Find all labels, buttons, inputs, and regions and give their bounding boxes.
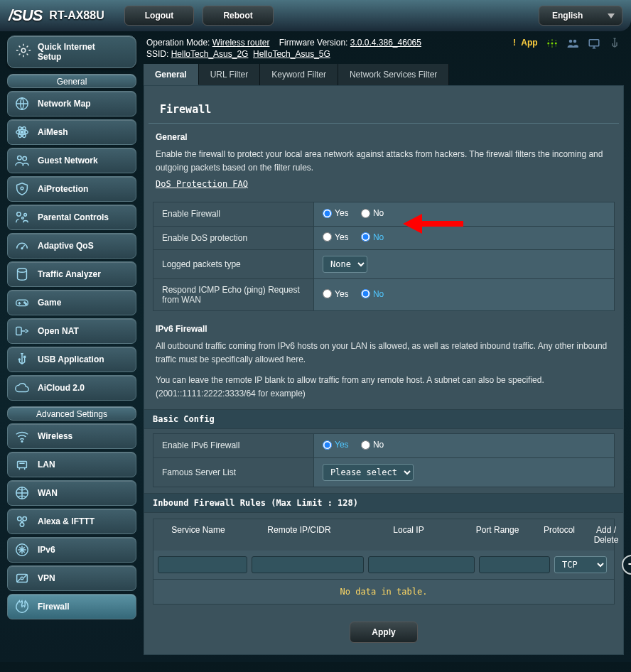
- qis-line1: Quick Internet: [38, 42, 95, 52]
- reboot-button[interactable]: Reboot: [203, 6, 273, 26]
- sidebar-item-firewall[interactable]: Firewall: [7, 594, 136, 619]
- enable-dos-no[interactable]: No: [361, 232, 384, 242]
- tab-netsvc[interactable]: Network Services Filter: [338, 64, 449, 85]
- sidebar-item-label: USB Application: [38, 354, 104, 364]
- remote-ip-input[interactable]: [252, 556, 364, 573]
- users-status-icon[interactable]: [566, 37, 579, 50]
- op-mode-link[interactable]: Wireless router: [212, 38, 270, 48]
- svg-rect-17: [16, 327, 21, 335]
- tab-keyword[interactable]: Keyword Filter: [260, 64, 338, 85]
- apply-button[interactable]: Apply: [350, 622, 417, 643]
- ifttt-icon: [14, 513, 31, 530]
- col-proto: Protocol: [533, 519, 586, 551]
- enable-dos-yes[interactable]: Yes: [323, 232, 349, 242]
- tab-general[interactable]: General: [144, 64, 199, 85]
- general-heading: General: [156, 132, 612, 142]
- status-icons: ! App: [513, 37, 621, 50]
- svg-point-18: [18, 359, 20, 360]
- atom-icon: [14, 124, 31, 141]
- sidebar-item-vpn[interactable]: VPN: [7, 565, 136, 591]
- sidebar-item-label: AiProtection: [38, 184, 88, 194]
- famous-server-select[interactable]: Please select: [323, 464, 414, 481]
- port-range-input[interactable]: [479, 556, 550, 573]
- col-add: Add / Delete: [586, 519, 627, 551]
- logged-packets-select[interactable]: None: [323, 256, 367, 273]
- enable-firewall-no[interactable]: No: [361, 208, 384, 218]
- main-content: Operation Mode: Wireless router Firmware…: [144, 36, 624, 655]
- dos-faq-link[interactable]: DoS Protection FAQ: [156, 179, 248, 189]
- app-link[interactable]: App: [521, 38, 537, 48]
- sidebar-item-label: VPN: [38, 573, 55, 583]
- basic-config-form: Enable IPv6 Firewall Yes No Famous Serve…: [153, 433, 615, 487]
- sidebar-item-aiprotection[interactable]: AiProtection: [7, 176, 136, 202]
- quick-internet-setup[interactable]: Quick Internet Setup: [7, 36, 136, 68]
- enable-firewall-yes[interactable]: Yes: [323, 208, 349, 218]
- ssid-5g-link[interactable]: HelloTech_Asus_5G: [253, 49, 330, 59]
- cloud-icon: [14, 379, 31, 396]
- local-ip-input[interactable]: [368, 556, 475, 573]
- sidebar-item-lan[interactable]: LAN: [7, 452, 136, 477]
- sidebar: Quick Internet Setup GeneralNetwork MapA…: [7, 36, 136, 622]
- sidebar-item-open-nat[interactable]: Open NAT: [7, 318, 136, 344]
- svg-point-9: [17, 212, 21, 217]
- sidebar-item-wireless[interactable]: Wireless: [7, 423, 136, 449]
- cylinder-icon: [14, 266, 31, 283]
- monitor-icon[interactable]: [588, 37, 600, 50]
- sidebar-item-alexa[interactable]: Alexa & IFTTT: [7, 509, 136, 534]
- sidebar-item-label: Alexa & IFTTT: [38, 516, 95, 526]
- add-rule-button[interactable]: +: [622, 555, 631, 575]
- enable-ipv6-yes[interactable]: Yes: [323, 440, 349, 450]
- enable-firewall-label: Enable Firewall: [153, 202, 314, 227]
- protocol-select[interactable]: TCP: [554, 556, 607, 573]
- qis-line2: Setup: [38, 52, 61, 62]
- sidebar-item-wan[interactable]: WAN: [7, 480, 136, 506]
- ssid-2g-link[interactable]: HelloTech_Asus_2G: [171, 49, 249, 59]
- svg-point-11: [22, 217, 24, 220]
- svg-point-12: [21, 248, 23, 249]
- svg-point-28: [21, 577, 23, 580]
- general-description: Enable the firewall to protect your loca…: [156, 148, 612, 175]
- svg-point-30: [551, 43, 553, 45]
- family-icon: [14, 209, 31, 226]
- sidebar-item-label: LAN: [38, 460, 55, 470]
- chevron-down-icon: [608, 13, 615, 18]
- sidebar-item-traffic[interactable]: Traffic Analyzer: [7, 261, 136, 287]
- usb-icon: [14, 351, 31, 368]
- enable-ipv6-no[interactable]: No: [361, 440, 384, 450]
- sidebar-item-qos[interactable]: Adaptive QoS: [7, 233, 136, 259]
- famous-server-label: Famous Server List: [153, 457, 314, 487]
- service-name-input[interactable]: [158, 556, 247, 573]
- sidebar-item-aimesh[interactable]: AiMesh: [7, 119, 136, 145]
- usb-icon[interactable]: [608, 37, 621, 50]
- vpn-icon: [14, 570, 31, 587]
- sidebar-item-network-map[interactable]: Network Map: [7, 91, 136, 116]
- svg-point-0: [21, 48, 26, 53]
- gauge-icon: [14, 237, 31, 254]
- logout-button[interactable]: Logout: [124, 6, 195, 26]
- fw-link[interactable]: 3.0.0.4.386_46065: [350, 38, 421, 48]
- language-select[interactable]: English: [539, 6, 622, 26]
- bulb-icon[interactable]: !: [513, 38, 516, 48]
- ipv6-desc-2: You can leave the remote IP blank to all…: [156, 374, 612, 401]
- levels-icon[interactable]: [546, 37, 559, 50]
- sidebar-item-label: Wireless: [38, 431, 72, 441]
- page-title: Firewall: [149, 86, 619, 124]
- sidebar-item-guest-network[interactable]: Guest Network: [7, 148, 136, 173]
- sidebar-item-aicloud[interactable]: AiCloud 2.0: [7, 375, 136, 401]
- shield-icon: [14, 180, 31, 197]
- tab-bar: GeneralURL FilterKeyword FilterNetwork S…: [144, 64, 624, 85]
- icmp-yes[interactable]: Yes: [323, 289, 349, 299]
- sidebar-item-game[interactable]: Game: [7, 290, 136, 315]
- sidebar-item-usb[interactable]: USB Application: [7, 347, 136, 372]
- enable-dos-label: Enable DoS protection: [153, 226, 314, 250]
- col-local: Local IP: [355, 519, 462, 551]
- sidebar-item-parental[interactable]: Parental Controls: [7, 205, 136, 230]
- brand-logo: /SUS: [9, 6, 42, 25]
- sidebar-item-ipv6[interactable]: IPv6: [7, 537, 136, 563]
- op-mode-label: Operation Mode:: [146, 38, 210, 48]
- ipv6-icon: [14, 541, 31, 558]
- sidebar-item-label: Firewall: [38, 602, 70, 612]
- icmp-no[interactable]: No: [361, 289, 384, 299]
- status-bar: Operation Mode: Wireless router Firmware…: [144, 36, 624, 64]
- tab-url[interactable]: URL Filter: [199, 64, 261, 85]
